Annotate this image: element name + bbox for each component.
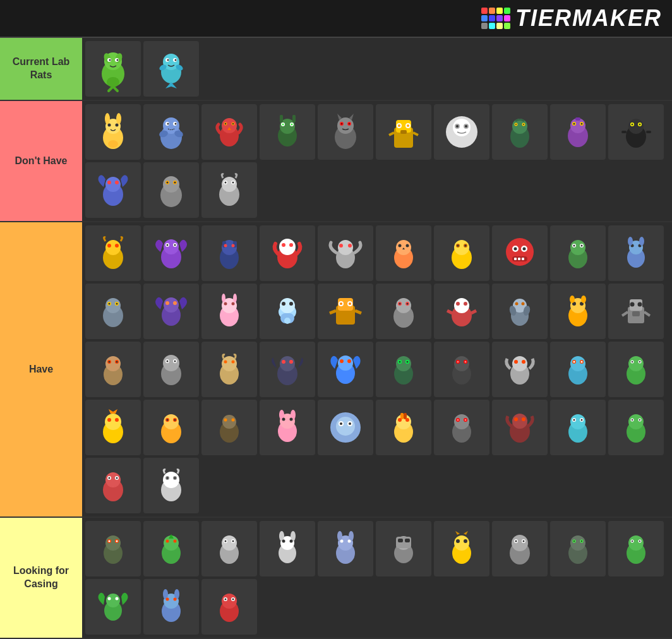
list-item[interactable] — [376, 284, 431, 339]
list-item[interactable] — [434, 284, 489, 339]
list-item[interactable] — [85, 41, 141, 97]
svg-point-96 — [115, 181, 119, 184]
svg-point-298 — [289, 417, 292, 421]
list-item[interactable] — [608, 400, 664, 455]
list-item[interactable] — [608, 104, 664, 160]
list-item[interactable] — [201, 400, 257, 455]
list-item[interactable] — [318, 104, 373, 160]
list-item[interactable] — [434, 400, 489, 455]
svg-point-411 — [165, 597, 169, 600]
svg-point-325 — [573, 419, 575, 421]
list-item[interactable] — [201, 104, 257, 160]
list-item[interactable] — [608, 284, 664, 339]
list-item[interactable] — [85, 104, 141, 160]
list-item[interactable] — [143, 104, 199, 160]
list-item[interactable] — [143, 225, 199, 281]
list-item[interactable] — [550, 521, 606, 576]
list-item[interactable] — [85, 162, 141, 218]
list-item[interactable] — [260, 342, 315, 397]
list-item[interactable] — [608, 225, 664, 281]
list-item[interactable] — [492, 104, 548, 160]
logo-cell — [481, 23, 488, 29]
list-item[interactable] — [318, 342, 373, 397]
list-item[interactable] — [318, 225, 373, 281]
list-item[interactable] — [260, 104, 315, 160]
svg-point-56 — [348, 122, 350, 124]
list-item[interactable] — [260, 400, 315, 455]
svg-point-249 — [347, 359, 351, 363]
list-item[interactable] — [201, 342, 257, 397]
svg-point-39 — [232, 122, 233, 124]
list-item[interactable] — [550, 400, 606, 455]
svg-point-396 — [580, 540, 582, 541]
list-item[interactable] — [201, 284, 257, 339]
list-item[interactable] — [85, 225, 141, 281]
list-item[interactable] — [260, 225, 315, 281]
list-item[interactable] — [85, 458, 141, 513]
list-item[interactable] — [85, 579, 141, 635]
list-item[interactable] — [143, 458, 199, 513]
list-item[interactable] — [434, 342, 489, 397]
list-item[interactable] — [376, 521, 431, 576]
svg-rect-47 — [280, 115, 283, 122]
svg-point-173 — [165, 301, 169, 305]
list-item[interactable] — [85, 342, 141, 397]
list-item[interactable] — [143, 162, 199, 218]
list-item[interactable] — [201, 162, 257, 218]
svg-point-282 — [115, 418, 119, 422]
list-item[interactable] — [434, 225, 489, 281]
list-item[interactable] — [201, 521, 257, 576]
list-item[interactable] — [376, 400, 431, 455]
tier-row-current: Current Lab Rats — [0, 38, 672, 101]
list-item[interactable] — [143, 521, 199, 576]
list-item[interactable] — [550, 284, 606, 339]
list-item[interactable] — [608, 521, 664, 576]
svg-point-251 — [396, 356, 411, 371]
svg-point-303 — [340, 422, 342, 425]
list-item[interactable] — [376, 225, 431, 281]
list-item[interactable] — [376, 342, 431, 397]
list-item[interactable] — [492, 521, 548, 576]
svg-point-398 — [628, 535, 644, 551]
svg-point-147 — [513, 247, 517, 250]
list-item[interactable] — [85, 521, 141, 576]
list-item[interactable] — [143, 579, 199, 635]
svg-line-193 — [330, 311, 336, 313]
svg-point-94 — [105, 177, 121, 192]
list-item[interactable] — [318, 400, 373, 455]
list-item[interactable] — [201, 579, 257, 635]
list-item[interactable] — [492, 342, 548, 397]
list-item[interactable] — [143, 41, 199, 97]
svg-point-24 — [115, 123, 118, 126]
list-item[interactable] — [492, 284, 548, 339]
list-item[interactable] — [492, 225, 548, 281]
list-item[interactable] — [260, 284, 315, 339]
svg-line-206 — [471, 311, 476, 313]
list-item[interactable] — [318, 521, 373, 576]
list-item[interactable] — [550, 225, 606, 281]
svg-point-163 — [628, 237, 633, 246]
list-item[interactable] — [434, 104, 489, 160]
tier-row-have: Have — [0, 222, 672, 518]
list-item[interactable] — [260, 521, 315, 576]
list-item[interactable] — [318, 284, 373, 339]
list-item[interactable] — [608, 342, 664, 397]
list-item[interactable] — [201, 225, 257, 281]
list-item[interactable] — [492, 400, 548, 455]
list-item[interactable] — [434, 521, 489, 576]
list-item[interactable] — [143, 342, 199, 397]
svg-point-346 — [105, 535, 121, 551]
svg-point-73 — [512, 119, 527, 134]
list-item[interactable] — [376, 104, 431, 160]
list-item[interactable] — [550, 104, 606, 160]
logo-cell — [489, 23, 495, 29]
list-item[interactable] — [143, 400, 199, 455]
svg-rect-48 — [292, 115, 296, 122]
list-item[interactable] — [85, 284, 141, 339]
list-item[interactable] — [85, 400, 141, 455]
list-item[interactable] — [550, 342, 606, 397]
list-item[interactable] — [143, 284, 199, 339]
svg-point-372 — [340, 539, 343, 542]
svg-point-38 — [224, 122, 225, 124]
svg-point-25 — [108, 140, 118, 148]
